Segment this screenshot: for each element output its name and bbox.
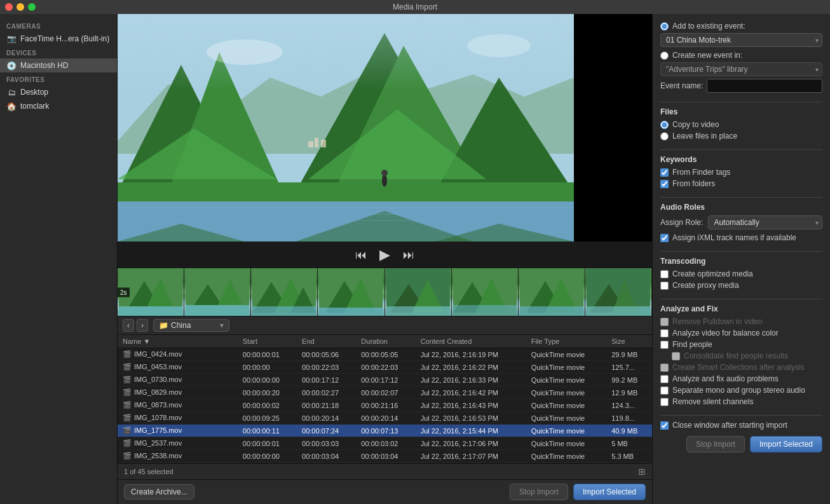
find-people-checkbox[interactable] [660,341,669,349]
cell-size: 29.9 MB [606,348,652,361]
rewind-button[interactable]: ⏮ [355,249,367,262]
from-finder-tags-checkbox[interactable] [660,168,669,177]
table-header-row: Name ▼ Start End Duration Content Create… [118,335,652,348]
table-row[interactable]: 🎬IMG_2538.mov 00:00:00:00 00:00:03:04 00… [118,450,652,463]
close-window-checkbox-item: Close window after starting import [660,421,822,430]
assign-ixml-checkbox[interactable] [660,234,669,242]
main-container: CAMERAS 📷 FaceTime H...era (Built-in) DE… [0,14,830,504]
back-button[interactable]: ‹ [123,319,134,332]
create-proxy-checkbox[interactable] [660,282,669,290]
stop-import-button[interactable]: Stop Import [510,484,568,500]
svg-rect-39 [252,306,316,316]
title-bar: Media Import [0,0,830,14]
transcoding-section: Transcoding Create optimized media Creat… [660,257,822,290]
filmstrip-frames [118,268,652,316]
table-row[interactable]: 🎬IMG_1078.mov 00:00:09:25 00:00:20:14 00… [118,412,652,425]
table-row[interactable]: 🎬IMG_1775.mov 00:00:00:11 00:00:07:24 00… [118,425,652,437]
assign-role-dropdown[interactable]: Automatically ▾ [708,215,822,229]
sidebar: CAMERAS 📷 FaceTime H...era (Built-in) DE… [0,14,118,504]
col-header-size[interactable]: Size [606,335,652,348]
existing-event-dropdown[interactable]: 01 China Moto-trek ▾ [660,33,822,47]
folder-name: China [171,321,191,330]
copy-to-video-label: Copy to video [672,120,719,129]
preview-svg [118,14,574,242]
create-optimized-checkbox-item: Create optimized media [660,269,822,278]
play-button[interactable]: ▶ [379,247,390,263]
col-header-start[interactable]: Start [238,335,297,348]
grid-view-icon[interactable]: ⊞ [638,467,646,477]
table-row[interactable]: 🎬IMG_0424.mov 00:00:00:01 00:00:05:06 00… [118,348,652,361]
folder-path[interactable]: 📁 China ▾ [153,319,229,332]
table-row[interactable]: 🎬IMG_0829.mov 00:00:00:20 00:00:02:27 00… [118,386,652,399]
add-to-existing-radio-item: Add to existing event: [660,22,822,31]
camera-icon: 📷 [6,34,17,44]
close-button[interactable] [5,3,13,11]
analyze-audio-checkbox[interactable] [660,375,669,383]
from-folders-checkbox[interactable] [660,180,669,188]
cell-type: QuickTime movie [526,450,607,463]
cell-end: 00:00:22:03 [297,361,356,374]
file-icon: 🎬 [123,376,132,384]
sidebar-item-label: Macintosh HD [20,61,68,70]
assign-role-select[interactable]: Automatically [708,215,822,229]
sidebar-item-tomclark[interactable]: 🏠 tomclark [0,99,117,113]
new-event-library-select[interactable]: "Adventure Trips" library [660,62,822,76]
cell-end: 00:00:05:06 [297,348,356,361]
maximize-button[interactable] [28,3,36,11]
cell-name: 🎬IMG_1078.mov [118,412,238,425]
file-icon: 🎬 [123,439,132,447]
add-to-existing-radio[interactable] [660,22,669,31]
window-controls[interactable] [5,3,36,11]
create-smart-checkbox-item: Create Smart Collections after analysis [660,363,822,372]
cell-end: 00:00:20:14 [297,412,356,425]
separate-mono-label: Separate mono and group stereo audio [672,386,805,395]
file-icon: 🎬 [123,388,132,397]
cell-type: QuickTime movie [526,374,607,386]
sidebar-item-label: Desktop [20,88,48,97]
new-event-library-dropdown[interactable]: "Adventure Trips" library ▾ [660,62,822,76]
sidebar-item-desktop[interactable]: 🗂 Desktop [0,85,117,99]
svg-point-23 [207,39,283,65]
cell-start: 00:00:00:00 [238,374,297,386]
table-row[interactable]: 🎬IMG_0730.mov 00:00:00:00 00:00:17:12 00… [118,374,652,386]
stop-import-button-rp[interactable]: Stop Import [686,436,745,453]
forward-button[interactable]: › [137,319,148,332]
sidebar-item-facetime[interactable]: 📷 FaceTime H...era (Built-in) [0,32,117,46]
file-icon: 🎬 [123,452,132,460]
new-event-library-select-wrapper: "Adventure Trips" library ▾ [660,62,822,76]
fast-forward-button[interactable]: ⏭ [403,249,414,262]
create-archive-button[interactable]: Create Archive... [124,484,194,500]
create-new-event-radio[interactable] [660,51,669,60]
sidebar-item-label: FaceTime H...era (Built-in) [20,34,109,43]
close-window-checkbox[interactable] [660,421,669,430]
col-header-content-created[interactable]: Content Created [416,335,526,348]
cell-end: 00:00:17:12 [297,374,356,386]
minimize-button[interactable] [17,3,24,11]
cell-name: 🎬IMG_0424.mov [118,348,238,361]
cell-name: 🎬IMG_0829.mov [118,386,238,399]
import-selected-button-rp[interactable]: Import Selected [750,436,822,453]
action-buttons: Stop Import Import Selected [510,484,646,500]
divider [660,102,822,102]
col-header-file-type[interactable]: File Type [526,335,607,348]
right-panel: Add to existing event: 01 China Moto-tre… [652,14,830,504]
copy-to-video-radio[interactable] [660,121,669,129]
bottom-bar: Create Archive... Stop Import Import Sel… [118,479,652,504]
remove-silent-checkbox[interactable] [660,398,669,406]
table-row[interactable]: 🎬IMG_0873.mov 00:00:00:02 00:00:21:18 00… [118,399,652,412]
table-row[interactable]: 🎬IMG_0453.mov 00:00:00 00:00:22:03 00:00… [118,361,652,374]
event-name-input[interactable] [707,79,822,93]
divider [660,415,822,416]
col-header-duration[interactable]: Duration [356,335,415,348]
separate-mono-checkbox[interactable] [660,386,669,395]
file-table-container[interactable]: Name ▼ Start End Duration Content Create… [118,335,652,463]
col-header-end[interactable]: End [297,335,356,348]
analyze-balance-checkbox[interactable] [660,329,669,337]
import-selected-button[interactable]: Import Selected [573,484,646,500]
table-row[interactable]: 🎬IMG_2537.mov 00:00:00:01 00:00:03:03 00… [118,437,652,450]
existing-event-select[interactable]: 01 China Moto-trek [660,33,822,47]
create-optimized-checkbox[interactable] [660,270,669,278]
sidebar-item-macintosh-hd[interactable]: 💿 Macintosh HD [0,58,117,72]
leave-files-radio[interactable] [660,132,669,140]
col-header-name[interactable]: Name ▼ [118,335,238,348]
